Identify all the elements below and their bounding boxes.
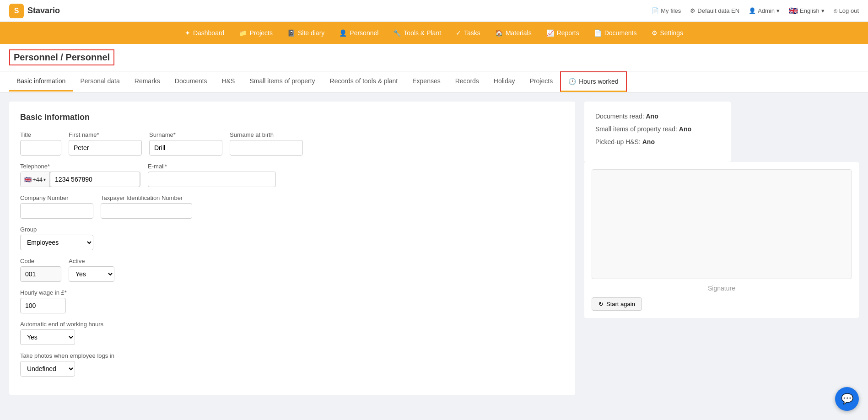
tab-small-items[interactable]: Small items of property xyxy=(242,72,322,92)
top-bar-right: 📄 My files ⚙ Default data EN 👤 Admin ▾ 🇬… xyxy=(652,6,859,15)
surname-input[interactable] xyxy=(149,140,222,156)
tab-personal-data[interactable]: Personal data xyxy=(73,72,127,92)
signature-canvas[interactable] xyxy=(592,169,852,279)
company-number-label: Company Number xyxy=(20,194,93,201)
logo-name: Stavario xyxy=(27,6,60,16)
form-row-8: Take photos when employee logs in Undefi… xyxy=(20,352,564,377)
admin-link[interactable]: 👤 Admin ▾ xyxy=(749,7,780,14)
nav-item-reports[interactable]: 📈 Reports xyxy=(540,26,586,40)
code-input[interactable] xyxy=(20,266,61,282)
start-again-button[interactable]: ↻ Start again xyxy=(592,297,642,311)
tab-documents[interactable]: Documents xyxy=(167,72,215,92)
form-row-4: Group Employees Contractors Management xyxy=(20,226,564,250)
surname-group: Surname* xyxy=(149,131,222,156)
docs-read-row: Documents read: Ano xyxy=(595,113,720,120)
tax-id-input[interactable] xyxy=(101,203,192,219)
tab-basic-information[interactable]: Basic information xyxy=(9,72,73,92)
settings-nav-icon: ⚙ xyxy=(652,29,658,37)
tax-id-label: Taxpayer Identification Number xyxy=(101,194,192,201)
default-data-link[interactable]: ⚙ Default data EN xyxy=(690,7,739,14)
nav-item-projects[interactable]: 📁 Projects xyxy=(232,26,279,40)
company-number-group: Company Number xyxy=(20,194,93,219)
materials-icon: 🏠 xyxy=(495,29,503,37)
has-row: Picked-up H&S: Ano xyxy=(595,138,720,145)
company-number-input[interactable] xyxy=(20,203,93,219)
tab-projects[interactable]: Projects xyxy=(523,72,561,92)
docs-read-value: Ano xyxy=(646,113,658,120)
telephone-input-wrap: 🇬🇧 +44 ▾ xyxy=(20,172,140,187)
active-select[interactable]: Yes No xyxy=(69,266,114,282)
tools-plant-icon: 🔧 xyxy=(393,29,401,37)
reports-icon: 📈 xyxy=(546,29,554,37)
nav-item-tasks[interactable]: ✓ Tasks xyxy=(449,26,487,40)
refresh-icon: ↻ xyxy=(598,301,604,307)
logout-link[interactable]: ⎋ Log out xyxy=(834,7,859,14)
nav-item-settings[interactable]: ⚙ Settings xyxy=(645,26,690,40)
logo-icon: S xyxy=(9,4,24,18)
clock-icon: 🕐 xyxy=(568,78,576,85)
form-row-2: Telephone* 🇬🇧 +44 ▾ E-mail* xyxy=(20,163,564,187)
form-section: Basic information Title First name* Surn… xyxy=(9,102,575,395)
telephone-group: Telephone* 🇬🇧 +44 ▾ xyxy=(20,163,140,187)
auto-end-select[interactable]: Yes No xyxy=(20,329,75,345)
settings-icon: ⚙ xyxy=(690,7,695,14)
tab-holiday[interactable]: Holiday xyxy=(486,72,523,92)
firstname-group: First name* xyxy=(69,131,142,156)
tab-records-tools[interactable]: Records of tools & plant xyxy=(323,72,405,92)
dashboard-icon: ✦ xyxy=(185,29,190,37)
nav-item-personnel[interactable]: 👤 Personnel xyxy=(333,26,385,40)
tab-hours-worked[interactable]: 🕐 Hours worked xyxy=(560,71,626,92)
language-link[interactable]: 🇬🇧 English ▾ xyxy=(789,6,825,15)
firstname-input[interactable] xyxy=(69,140,142,156)
form-row-1: Title First name* Surname* Surname at bi… xyxy=(20,131,564,156)
email-group: E-mail* xyxy=(148,163,276,187)
email-label: E-mail* xyxy=(148,163,276,170)
right-panel: Documents read: Ano Small items of prope… xyxy=(584,102,859,395)
firstname-label: First name* xyxy=(69,131,142,138)
title-input[interactable] xyxy=(20,140,61,156)
form-row-6: Hourly wage in £* xyxy=(20,289,564,313)
nav-item-tools-plant[interactable]: 🔧 Tools & Plant xyxy=(387,26,447,40)
group-group: Group Employees Contractors Management xyxy=(20,226,93,250)
tel-chevron-icon: ▾ xyxy=(43,177,46,182)
tab-remarks[interactable]: Remarks xyxy=(127,72,167,92)
projects-icon: 📁 xyxy=(239,29,247,37)
my-files-link[interactable]: 📄 My files xyxy=(652,7,681,14)
form-row-3: Company Number Taxpayer Identification N… xyxy=(20,194,564,219)
form-section-title: Basic information xyxy=(20,113,564,122)
surname-label: Surname* xyxy=(149,131,222,138)
page-title-bar: Personnel / Personnel xyxy=(0,44,868,71)
tax-id-group: Taxpayer Identification Number xyxy=(101,194,192,219)
form-row-5: Code Active Yes No xyxy=(20,258,564,282)
hourly-wage-group: Hourly wage in £* xyxy=(20,289,67,313)
surname-birth-input[interactable] xyxy=(230,140,303,156)
info-section: Documents read: Ano Small items of prope… xyxy=(584,102,731,162)
chat-icon: 💬 xyxy=(841,393,853,404)
photos-group: Take photos when employee logs in Undefi… xyxy=(20,352,114,377)
auto-end-label: Automatic end of working hours xyxy=(20,321,103,328)
telephone-number-input[interactable] xyxy=(50,172,140,187)
documents-icon: 📄 xyxy=(594,29,602,37)
nav-item-site-diary[interactable]: 📓 Site diary xyxy=(281,26,331,40)
email-input[interactable] xyxy=(148,172,276,187)
country-code: +44 xyxy=(32,176,43,183)
code-label: Code xyxy=(20,258,61,264)
title-group: Title xyxy=(20,131,61,156)
admin-chevron-icon: ▾ xyxy=(776,7,780,14)
hourly-wage-input[interactable] xyxy=(20,298,66,313)
group-select[interactable]: Employees Contractors Management xyxy=(20,235,93,250)
surname-birth-group: Surname at birth xyxy=(230,131,303,156)
nav-item-materials[interactable]: 🏠 Materials xyxy=(489,26,538,40)
flag-uk-icon: 🇬🇧 xyxy=(789,6,798,15)
nav-item-dashboard[interactable]: ✦ Dashboard xyxy=(178,26,231,40)
tab-records[interactable]: Records xyxy=(448,72,486,92)
tab-expenses[interactable]: Expenses xyxy=(405,72,447,92)
telephone-country-selector[interactable]: 🇬🇧 +44 ▾ xyxy=(21,172,50,187)
logo-area: S Stavario xyxy=(9,4,60,18)
code-group: Code xyxy=(20,258,61,282)
active-label: Active xyxy=(69,258,114,264)
photos-select[interactable]: Undefined Yes No xyxy=(20,361,75,377)
tab-has[interactable]: H&S xyxy=(215,72,243,92)
nav-item-documents[interactable]: 📄 Documents xyxy=(588,26,643,40)
signature-label: Signature xyxy=(592,285,852,292)
